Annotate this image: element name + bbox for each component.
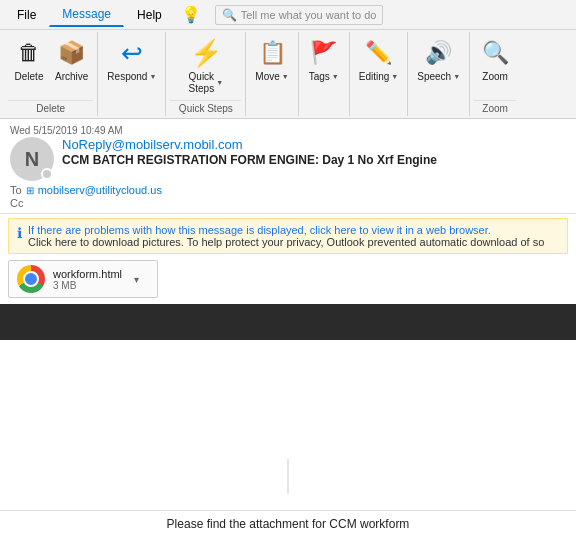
- cc-label: Cc: [10, 197, 23, 209]
- tell-me-text: Tell me what you want to do: [241, 9, 377, 21]
- email-date: Wed 5/15/2019 10:49 AM: [10, 125, 566, 136]
- search-icon: 🔍: [222, 8, 237, 22]
- attachment-dropdown-arrow[interactable]: ▾: [134, 274, 139, 285]
- tell-me-bar[interactable]: 🔍 Tell me what you want to do: [215, 5, 384, 25]
- tags-icon: 🚩: [308, 37, 340, 69]
- attachment-item[interactable]: workform.html 3 MB ▾: [8, 260, 158, 298]
- archive-button[interactable]: 📦 Archive: [50, 34, 93, 86]
- editing-icon: ✏️: [362, 37, 394, 69]
- delete-button[interactable]: 🗑 Delete: [8, 34, 50, 86]
- body-text: Please find the attachment for CCM workf…: [167, 517, 410, 531]
- email-to-row: To ⊞ mobilserv@utilitycloud.us: [10, 184, 566, 196]
- speech-button[interactable]: 🔊 Speech ▼: [412, 34, 465, 86]
- speech-group-label: [412, 112, 465, 114]
- quicksteps-icon: ⚡: [190, 37, 222, 69]
- to-address[interactable]: mobilserv@utilitycloud.us: [38, 184, 162, 196]
- lightbulb-icon: 💡: [181, 5, 201, 24]
- editing-dropdown-arrow: ▼: [391, 73, 398, 80]
- archive-icon: 📦: [56, 37, 88, 69]
- info-line2: Click here to download pictures. To help…: [28, 236, 544, 248]
- delete-icon: 🗑: [13, 37, 45, 69]
- attachment-size: 3 MB: [53, 280, 122, 291]
- tab-help[interactable]: Help: [124, 3, 175, 27]
- email-body: Please find the attachment for CCM workf…: [0, 304, 576, 534]
- dark-header-bar: [0, 304, 576, 340]
- speech-icon: 🔊: [423, 37, 455, 69]
- scroll-bar-indicator: [288, 459, 289, 494]
- sender-avatar: N: [10, 137, 54, 181]
- move-button[interactable]: 📋 Move ▼: [250, 34, 293, 86]
- info-bar: ℹ If there are problems with how this me…: [8, 218, 568, 254]
- tab-message[interactable]: Message: [49, 2, 124, 27]
- email-info-block: NoReply@mobilserv.mobil.com CCM BATCH RE…: [62, 137, 566, 167]
- ribbon-group-tags: 🚩 Tags ▼: [299, 32, 350, 116]
- email-cc-row: Cc: [10, 197, 566, 209]
- move-group-label: [250, 112, 293, 114]
- attachment-area: workform.html 3 MB ▾: [8, 260, 568, 298]
- email-body-text-row: Please find the attachment for CCM workf…: [0, 510, 576, 534]
- speech-dropdown-arrow: ▼: [453, 73, 460, 80]
- ribbon-group-respond: ↩ Respond ▼: [98, 32, 166, 116]
- quicksteps-button[interactable]: ⚡ Quick Steps ▼: [184, 34, 229, 98]
- respond-icon: ↩: [116, 37, 148, 69]
- email-header: Wed 5/15/2019 10:49 AM N NoReply@mobilse…: [0, 119, 576, 214]
- zoom-button[interactable]: 🔍 Zoom: [474, 34, 516, 86]
- move-icon: 📋: [256, 37, 288, 69]
- zoom-icon: 🔍: [479, 37, 511, 69]
- info-line1[interactable]: If there are problems with how this mess…: [28, 224, 544, 236]
- delete-group-label: Delete: [8, 100, 93, 114]
- to-label: To: [10, 184, 22, 196]
- to-expand-icon[interactable]: ⊞: [26, 185, 34, 196]
- tags-dropdown-arrow: ▼: [332, 73, 339, 80]
- quicksteps-dropdown-arrow: ▼: [216, 79, 223, 86]
- email-content-area: [0, 340, 576, 510]
- tags-group-label: [303, 112, 345, 114]
- ribbon-group-delete: 🗑 Delete 📦 Archive Delete: [4, 32, 98, 116]
- info-icon: ℹ: [17, 225, 22, 241]
- avatar-status-indicator: [41, 168, 53, 180]
- avatar-letter: N: [25, 148, 39, 171]
- move-dropdown-arrow: ▼: [282, 73, 289, 80]
- ribbon-group-move: 📋 Move ▼: [246, 32, 298, 116]
- respond-dropdown-arrow: ▼: [149, 73, 156, 80]
- zoom-group-label: Zoom: [474, 100, 516, 114]
- tags-button[interactable]: 🚩 Tags ▼: [303, 34, 345, 86]
- email-subject: CCM BATCH REGISTRATION FORM ENGINE: Day …: [62, 153, 566, 167]
- tab-file[interactable]: File: [4, 3, 49, 27]
- chrome-icon: [17, 265, 45, 293]
- attachment-name: workform.html: [53, 268, 122, 280]
- ribbon-group-zoom: 🔍 Zoom Zoom: [470, 32, 520, 116]
- ribbon-group-quicksteps: ⚡ Quick Steps ▼ Quick Steps: [166, 32, 246, 116]
- respond-group-label: [102, 112, 161, 114]
- editing-group-label: [354, 112, 404, 114]
- info-text-block: If there are problems with how this mess…: [28, 224, 544, 248]
- respond-button[interactable]: ↩ Respond ▼: [102, 34, 161, 86]
- quicksteps-group-label: Quick Steps: [170, 100, 241, 114]
- ribbon-group-speech: 🔊 Speech ▼: [408, 32, 470, 116]
- ribbon-group-editing: ✏️ Editing ▼: [350, 32, 409, 116]
- editing-button[interactable]: ✏️ Editing ▼: [354, 34, 404, 86]
- sender-email[interactable]: NoReply@mobilserv.mobil.com: [62, 137, 566, 152]
- attachment-info: workform.html 3 MB: [53, 268, 122, 291]
